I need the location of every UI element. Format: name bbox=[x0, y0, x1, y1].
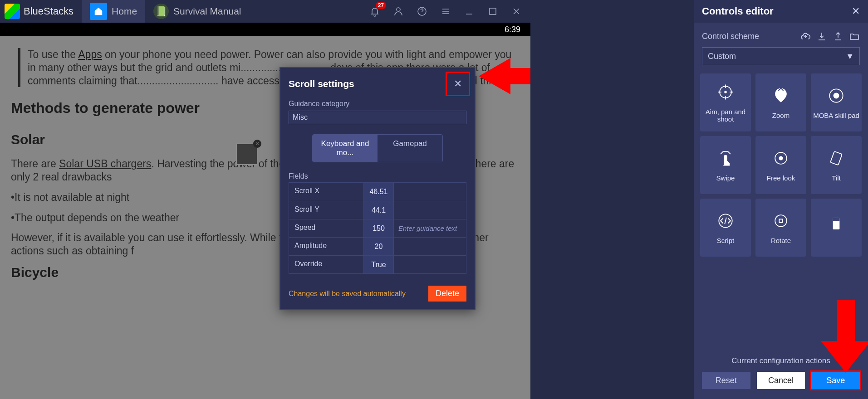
save-button[interactable]: Save bbox=[811, 372, 860, 389]
table-row: Speed 150 Enter guidance text bbox=[289, 219, 466, 237]
delete-button[interactable]: Delete bbox=[428, 286, 466, 302]
notifications-icon[interactable]: 27 bbox=[367, 4, 383, 19]
modal-title: Scroll settings bbox=[289, 78, 354, 89]
control-free-look[interactable]: Free look bbox=[755, 136, 806, 194]
annotation-arrow-save bbox=[821, 300, 868, 373]
sidebar-title: Controls editor bbox=[702, 5, 774, 17]
account-icon[interactable] bbox=[391, 4, 406, 19]
speed-value[interactable]: 150 bbox=[363, 219, 393, 237]
table-row: Scroll Y 44.1 bbox=[289, 201, 466, 219]
autosave-label: Changes will be saved automatically bbox=[289, 290, 406, 298]
amplitude-value[interactable]: 20 bbox=[363, 238, 393, 255]
speed-guidance[interactable]: Enter guidance text bbox=[393, 219, 466, 237]
scheme-dropdown[interactable]: Custom ▼ bbox=[702, 47, 860, 65]
android-statusbar: 6:39 bbox=[0, 23, 530, 36]
main-app-area: BlueStacks Home 📗 Survival Manual 27 bbox=[0, 0, 530, 399]
svg-rect-15 bbox=[833, 218, 840, 221]
scroll-y-value[interactable]: 44.1 bbox=[363, 201, 393, 219]
control-zoom[interactable]: Zoom bbox=[755, 73, 806, 131]
guidance-category-input[interactable] bbox=[289, 111, 466, 124]
device-icon bbox=[826, 214, 846, 234]
export-icon[interactable] bbox=[833, 31, 843, 42]
control-rotate[interactable]: Rotate bbox=[755, 199, 806, 257]
control-aim-pan-shoot[interactable]: Aim, pan and shoot bbox=[700, 73, 751, 131]
swipe-icon bbox=[716, 148, 736, 168]
crosshair-icon bbox=[716, 82, 736, 102]
scroll-y-guidance[interactable] bbox=[393, 201, 466, 219]
override-value[interactable]: True bbox=[363, 256, 393, 273]
spacer-column bbox=[530, 0, 694, 399]
eye-icon bbox=[771, 148, 791, 168]
clock: 6:39 bbox=[505, 25, 520, 34]
table-row: Amplitude 20 bbox=[289, 237, 466, 255]
override-guidance[interactable] bbox=[393, 256, 466, 273]
seg-gamepad[interactable]: Gamepad bbox=[378, 135, 442, 162]
tilt-icon bbox=[826, 148, 846, 168]
script-icon bbox=[716, 211, 736, 231]
folder-icon[interactable] bbox=[849, 31, 860, 42]
svg-rect-10 bbox=[830, 151, 842, 165]
svg-rect-13 bbox=[779, 219, 782, 222]
maximize-icon[interactable] bbox=[485, 4, 500, 19]
close-window-icon[interactable] bbox=[509, 4, 524, 19]
table-row: Override True bbox=[289, 255, 466, 273]
control-swipe[interactable]: Swipe bbox=[700, 136, 751, 194]
control-script[interactable]: Script bbox=[700, 199, 751, 257]
tab-survival-manual[interactable]: 📗 Survival Manual bbox=[145, 0, 249, 23]
control-scheme-label: Control scheme bbox=[702, 32, 759, 41]
bluestacks-logo-icon bbox=[5, 4, 20, 19]
table-row: Scroll X 46.51 bbox=[289, 183, 466, 201]
svg-point-0 bbox=[397, 8, 400, 11]
rotate-icon bbox=[771, 211, 791, 231]
guidance-category-label: Guidance category bbox=[289, 100, 466, 108]
app-icon: 📗 bbox=[153, 4, 169, 19]
svg-rect-2 bbox=[490, 8, 496, 15]
reset-button[interactable]: Reset bbox=[702, 372, 750, 389]
sidebar-close-button[interactable]: ✕ bbox=[852, 5, 860, 17]
scroll-x-value[interactable]: 46.51 bbox=[363, 183, 393, 201]
control-blank[interactable] bbox=[811, 199, 862, 257]
control-tilt[interactable]: Tilt bbox=[811, 136, 862, 194]
svg-marker-16 bbox=[821, 300, 868, 373]
scroll-x-guidance[interactable] bbox=[393, 183, 466, 201]
svg-point-5 bbox=[725, 91, 726, 93]
moba-icon bbox=[826, 86, 846, 106]
fields-table: Scroll X 46.51 Scroll Y 44.1 Speed 150 E… bbox=[289, 182, 466, 274]
svg-point-7 bbox=[834, 92, 839, 98]
input-mode-segmented: Keyboard and mo... Gamepad bbox=[312, 134, 443, 162]
fields-label: Fields bbox=[289, 172, 466, 180]
minimize-icon[interactable] bbox=[461, 4, 477, 19]
tab-label: Home bbox=[112, 6, 137, 17]
hamburger-icon[interactable] bbox=[438, 4, 453, 19]
seg-keyboard-mouse[interactable]: Keyboard and mo... bbox=[313, 135, 378, 162]
amplitude-guidance[interactable] bbox=[393, 238, 466, 255]
notifications-badge: 27 bbox=[376, 2, 386, 9]
import-icon[interactable] bbox=[816, 31, 827, 42]
controls-editor-sidebar: Controls editor ✕ Control scheme Custom … bbox=[694, 0, 868, 399]
cloud-upload-icon[interactable] bbox=[800, 31, 811, 42]
tab-label: Survival Manual bbox=[173, 6, 241, 17]
brand-label: BlueStacks bbox=[24, 5, 74, 17]
svg-point-9 bbox=[779, 156, 783, 160]
home-icon bbox=[90, 3, 107, 20]
control-moba-skillpad[interactable]: MOBA skill pad bbox=[811, 73, 862, 131]
titlebar: BlueStacks Home 📗 Survival Manual 27 bbox=[0, 0, 530, 23]
chevron-down-icon: ▼ bbox=[846, 52, 854, 61]
scroll-settings-modal: Scroll settings ✕ Guidance category Keyb… bbox=[280, 67, 476, 310]
modal-close-button[interactable]: ✕ bbox=[448, 74, 467, 93]
zoom-icon bbox=[771, 86, 791, 106]
tab-home[interactable]: Home bbox=[82, 0, 145, 23]
cancel-button[interactable]: Cancel bbox=[757, 372, 805, 389]
help-icon[interactable] bbox=[414, 4, 430, 19]
